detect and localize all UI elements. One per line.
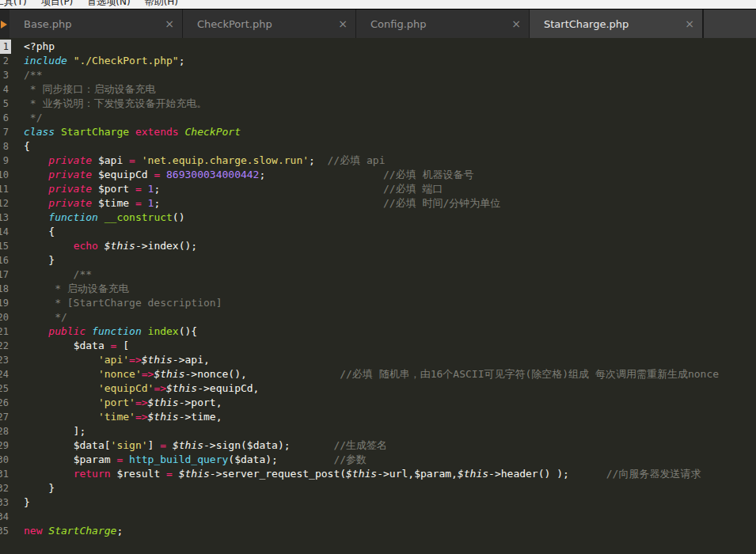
code-line[interactable]: include "./CheckPort.php"; xyxy=(24,54,756,68)
code-line[interactable]: new StartCharge; xyxy=(24,524,756,538)
line-number: 34 xyxy=(0,510,11,524)
line-number: 16 xyxy=(0,253,11,268)
line-number: 17 xyxy=(0,268,11,282)
tab-close-icon[interactable]: × xyxy=(678,18,694,29)
code-line[interactable]: /** xyxy=(24,268,756,282)
line-number: 11 xyxy=(0,182,11,196)
code-line[interactable]: } xyxy=(24,495,756,510)
menu-item-2[interactable]: 首选项(N) xyxy=(80,0,137,8)
line-number: 13 xyxy=(0,211,11,225)
tab-startcharge-php[interactable]: StartCharge.php× xyxy=(530,9,703,38)
line-number: 31 xyxy=(0,467,11,481)
tab-checkport-php[interactable]: CheckPort.php× xyxy=(183,9,356,38)
code-line[interactable] xyxy=(24,510,756,524)
line-number: 23 xyxy=(0,353,11,367)
code-line[interactable]: 'nonce'=>$this->nonce(), //必填 随机串，由16个AS… xyxy=(24,367,756,381)
tabbar-end-area xyxy=(703,9,756,38)
code-line[interactable]: ]; xyxy=(24,424,756,438)
code-line[interactable]: * 启动设备充电 xyxy=(24,282,756,296)
tab-close-icon[interactable]: × xyxy=(332,18,348,29)
menu-item-1[interactable]: 项目(P) xyxy=(34,0,81,8)
code-line[interactable]: return $result = $this->server_request_p… xyxy=(24,467,756,481)
line-number: 12 xyxy=(0,196,11,211)
line-number: 29 xyxy=(0,438,11,453)
line-number: 5 xyxy=(0,97,11,111)
code-line[interactable]: function __construct() xyxy=(24,211,756,225)
line-number: 10 xyxy=(0,168,11,182)
line-number: 14 xyxy=(0,225,11,239)
line-number: 24 xyxy=(0,367,11,381)
code-line[interactable]: */ xyxy=(24,310,756,324)
code-line[interactable]: public function index(){ xyxy=(24,324,756,339)
code-line[interactable]: private $api = 'net.equip.charge.slow.ru… xyxy=(24,154,756,168)
line-number: 27 xyxy=(0,410,11,424)
code-line[interactable]: * [StartCharge description] xyxy=(24,296,756,310)
line-number: 3 xyxy=(0,68,11,82)
code-line[interactable]: $data['sign'] = $this->sign($data); //生成… xyxy=(24,438,756,453)
menu-item-0[interactable]: 工具(T) xyxy=(0,0,34,8)
line-number: 33 xyxy=(0,495,11,510)
code-line[interactable]: private $port = 1; //必填 端口 xyxy=(24,182,756,196)
tab-scroll-left-icon[interactable] xyxy=(1,21,7,28)
line-number: 32 xyxy=(0,481,11,495)
menubar-items: 工具(T)项目(P)首选项(N)帮助(H) xyxy=(0,0,185,8)
code-line[interactable]: 'port'=>$this->port, xyxy=(24,396,756,410)
line-number: 9 xyxy=(0,154,11,168)
code-line[interactable]: /** xyxy=(24,68,756,82)
line-number: 35 xyxy=(0,524,11,538)
tab-close-icon[interactable]: × xyxy=(158,18,174,29)
code-line[interactable]: private $time = 1; //必填 时间/分钟为单位 xyxy=(24,196,756,211)
tab-label: StartCharge.php xyxy=(544,18,678,30)
line-number: 22 xyxy=(0,339,11,353)
gutter: 1234567891011121314151617181920212223242… xyxy=(0,38,11,554)
code-line[interactable]: $data = [ xyxy=(24,339,756,353)
line-number: 8 xyxy=(0,139,11,154)
tab-label: CheckPort.php xyxy=(197,18,332,30)
code-line[interactable]: 'api'=>$this->api, xyxy=(24,353,756,367)
code-line[interactable]: class StartCharge extends CheckPort xyxy=(24,125,756,139)
code-line[interactable]: */ xyxy=(24,111,756,125)
code-area[interactable]: <?phpinclude "./CheckPort.php";/** * 同步接… xyxy=(11,38,756,554)
code-line[interactable]: { xyxy=(24,139,756,154)
line-number: 2 xyxy=(0,54,11,68)
line-number: 21 xyxy=(0,324,11,339)
tab-label: Config.php xyxy=(370,18,505,30)
tab-base-php[interactable]: Base.php× xyxy=(9,9,183,38)
line-number: 15 xyxy=(0,239,11,253)
code-line[interactable]: echo $this->index(); xyxy=(24,239,756,253)
line-number: 18 xyxy=(0,282,11,296)
line-number: 28 xyxy=(0,424,11,438)
code-line[interactable]: $param = http_build_query($data); //参数 xyxy=(24,453,756,467)
code-line[interactable]: * 同步接口：启动设备充电 xyxy=(24,82,756,97)
line-number: 7 xyxy=(0,125,11,139)
code-line[interactable]: <?php xyxy=(24,40,756,54)
menubar: 工具(T)项目(P)首选项(N)帮助(H) xyxy=(0,0,756,9)
tab-close-icon[interactable]: × xyxy=(505,18,521,29)
line-number: 4 xyxy=(0,82,11,97)
tab-strip: Base.php×CheckPort.php×Config.php×StartC… xyxy=(9,9,703,38)
line-number: 19 xyxy=(0,296,11,310)
code-line[interactable]: * 业务说明：下发慢充设备开始充电。 xyxy=(24,97,756,111)
line-number: 6 xyxy=(0,111,11,125)
line-number: 20 xyxy=(0,310,11,324)
tabbar: Base.php×CheckPort.php×Config.php×StartC… xyxy=(0,9,756,38)
code-line[interactable]: private $equipCd = 869300034000442; //必填… xyxy=(24,168,756,182)
line-number: 30 xyxy=(0,453,11,467)
tab-label: Base.php xyxy=(24,18,158,30)
code-line[interactable]: { xyxy=(24,225,756,239)
code-line[interactable]: 'equipCd'=>$this->equipCd, xyxy=(24,381,756,396)
code-line[interactable]: } xyxy=(24,253,756,268)
editor: 1234567891011121314151617181920212223242… xyxy=(0,38,756,554)
tab-config-php[interactable]: Config.php× xyxy=(356,9,530,38)
menu-item-3[interactable]: 帮助(H) xyxy=(138,0,185,8)
code-line[interactable]: } xyxy=(24,481,756,495)
line-number: 1 xyxy=(0,40,11,54)
editor-window: 工具(T)项目(P)首选项(N)帮助(H) Base.php×CheckPort… xyxy=(0,0,756,554)
code-line[interactable]: 'time'=>$this->time, xyxy=(24,410,756,424)
line-number: 26 xyxy=(0,396,11,410)
line-number: 25 xyxy=(0,381,11,396)
